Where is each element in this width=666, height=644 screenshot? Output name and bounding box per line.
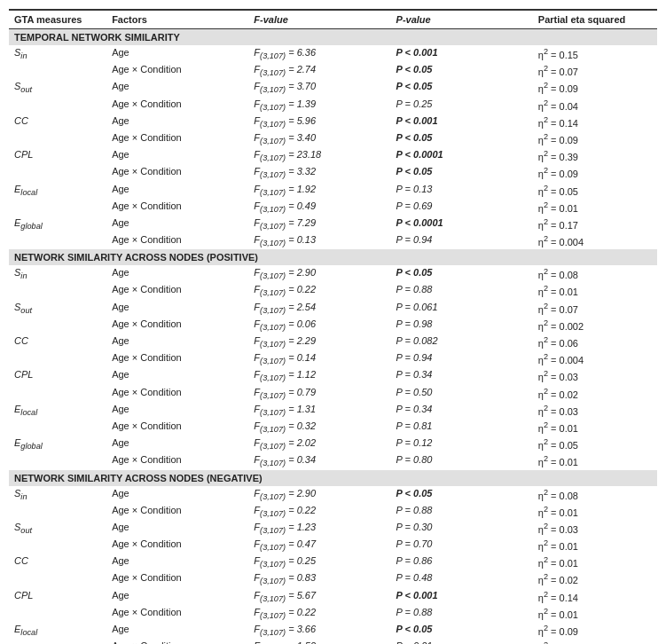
fvalue-cell: F(3,107) = 2.74 — [248, 62, 390, 79]
pvalue-cell: P = 0.86 — [391, 554, 533, 570]
pvalue-cell: P < 0.05 — [391, 79, 533, 96]
measure-cell — [9, 97, 106, 114]
fvalue-cell: F(3,107) = 1.52 — [248, 639, 390, 644]
table-row: Age × ConditionF(3,107) = 0.22P = 0.88η2… — [9, 503, 657, 520]
section-title: NETWORK SIMILARITY ACROSS NODES (NEGATIV… — [9, 470, 657, 486]
eta-cell: η2 = 0.01 — [533, 554, 657, 570]
factor-cell: Age — [106, 622, 248, 639]
pvalue-cell: P < 0.05 — [391, 265, 533, 282]
factor-cell: Age — [106, 79, 248, 96]
table-container: GTA measures Factors F-value P-value Par… — [9, 9, 657, 644]
eta-cell: η2 = 0.09 — [533, 130, 657, 147]
measure-cell: CC — [9, 114, 106, 130]
factor-cell: Age × Condition — [106, 385, 248, 402]
table-row: ElocalAgeF(3,107) = 1.31P = 0.34η2 = 0.0… — [9, 402, 657, 419]
eta-cell: η2 = 0.01 — [533, 605, 657, 622]
measure-cell: CPL — [9, 588, 106, 605]
measure-cell — [9, 503, 106, 520]
eta-cell: η2 = 0.004 — [533, 350, 657, 367]
table-row: Age × ConditionF(3,107) = 2.74P < 0.05η2… — [9, 62, 657, 79]
factor-cell: Age — [106, 436, 248, 452]
pvalue-cell: P = 0.80 — [391, 452, 533, 469]
eta-cell: η2 = 0.03 — [533, 520, 657, 537]
eta-cell: η2 = 0.04 — [533, 97, 657, 114]
pvalue-cell: P = 0.98 — [391, 317, 533, 334]
table-row: CPLAgeF(3,107) = 23.18P < 0.0001η2 = 0.3… — [9, 147, 657, 164]
table-row: Age × ConditionF(3,107) = 0.32P = 0.81η2… — [9, 419, 657, 436]
fvalue-cell: F(3,107) = 0.13 — [248, 232, 390, 249]
factor-cell: Age × Condition — [106, 350, 248, 367]
measure-cell: CPL — [9, 147, 106, 164]
factor-cell: Age — [106, 588, 248, 605]
eta-cell: η2 = 0.01 — [533, 537, 657, 554]
table-row: Age × ConditionF(3,107) = 0.79P = 0.50η2… — [9, 385, 657, 402]
fvalue-cell: F(3,107) = 0.22 — [248, 282, 390, 299]
pvalue-cell: P < 0.05 — [391, 622, 533, 639]
eta-cell: η2 = 0.09 — [533, 164, 657, 181]
table-row: EglobalAgeF(3,107) = 7.29P < 0.0001η2 = … — [9, 216, 657, 232]
fvalue-cell: F(3,107) = 0.83 — [248, 570, 390, 587]
table-row: Age × ConditionF(3,107) = 3.32P < 0.05η2… — [9, 164, 657, 181]
factor-cell: Age × Condition — [106, 503, 248, 520]
fvalue-cell: F(3,107) = 3.66 — [248, 622, 390, 639]
table-row: SoutAgeF(3,107) = 1.23P = 0.30η2 = 0.03 — [9, 520, 657, 537]
measure-cell — [9, 62, 106, 79]
fvalue-cell: F(3,107) = 0.79 — [248, 385, 390, 402]
col-header-measures: GTA measures — [9, 10, 106, 29]
table-row: SoutAgeF(3,107) = 3.70P < 0.05η2 = 0.09 — [9, 79, 657, 96]
table-row: SoutAgeF(3,107) = 2.54P = 0.061η2 = 0.07 — [9, 300, 657, 317]
measure-cell: Eglobal — [9, 436, 106, 452]
section-title: TEMPORAL NETWORK SIMILARITY — [9, 29, 657, 46]
pvalue-cell: P < 0.0001 — [391, 216, 533, 232]
pvalue-cell: P = 0.13 — [391, 182, 533, 199]
measure-cell: Sout — [9, 79, 106, 96]
eta-cell: η2 = 0.02 — [533, 385, 657, 402]
fvalue-cell: F(3,107) = 6.36 — [248, 45, 390, 62]
table-row: Age × ConditionF(3,107) = 0.22P = 0.88η2… — [9, 282, 657, 299]
pvalue-cell: P = 0.082 — [391, 334, 533, 350]
fvalue-cell: F(3,107) = 0.14 — [248, 350, 390, 367]
table-row: Age × ConditionF(3,107) = 0.34P = 0.80η2… — [9, 452, 657, 469]
pvalue-cell: P < 0.05 — [391, 130, 533, 147]
fvalue-cell: F(3,107) = 3.70 — [248, 79, 390, 96]
table-row: CPLAgeF(3,107) = 1.12P = 0.34η2 = 0.03 — [9, 367, 657, 384]
measure-cell — [9, 199, 106, 216]
pvalue-cell: P = 0.88 — [391, 282, 533, 299]
measure-cell: Sin — [9, 265, 106, 282]
factor-cell: Age — [106, 265, 248, 282]
section-title: NETWORK SIMILARITY ACROSS NODES (POSITIV… — [9, 249, 657, 265]
fvalue-cell: F(3,107) = 1.12 — [248, 367, 390, 384]
measure-cell — [9, 164, 106, 181]
pvalue-cell: P = 0.12 — [391, 436, 533, 452]
factor-cell: Age × Condition — [106, 232, 248, 249]
measure-cell: Sin — [9, 486, 106, 503]
table-row: Age × ConditionF(3,107) = 0.49P = 0.69η2… — [9, 199, 657, 216]
fvalue-cell: F(3,107) = 0.22 — [248, 503, 390, 520]
table-row: Age × ConditionF(3,107) = 0.22P = 0.88η2… — [9, 605, 657, 622]
factor-cell: Age × Condition — [106, 282, 248, 299]
measure-cell: Elocal — [9, 402, 106, 419]
pvalue-cell: P = 0.94 — [391, 232, 533, 249]
measure-cell — [9, 639, 106, 644]
factor-cell: Age — [106, 147, 248, 164]
factor-cell: Age — [106, 402, 248, 419]
table-row: CCAgeF(3,107) = 5.96P < 0.001η2 = 0.14 — [9, 114, 657, 130]
factor-cell: Age × Condition — [106, 317, 248, 334]
measure-cell — [9, 130, 106, 147]
measure-cell — [9, 452, 106, 469]
table-row: Age × ConditionF(3,107) = 0.83P = 0.48η2… — [9, 570, 657, 587]
fvalue-cell: F(3,107) = 5.96 — [248, 114, 390, 130]
table-row: EglobalAgeF(3,107) = 2.02P = 0.12η2 = 0.… — [9, 436, 657, 452]
pvalue-cell: P = 0.50 — [391, 385, 533, 402]
eta-cell: η2 = 0.004 — [533, 232, 657, 249]
factor-cell: Age × Condition — [106, 570, 248, 587]
table-row: SinAgeF(3,107) = 2.90P < 0.05η2 = 0.08 — [9, 486, 657, 503]
fvalue-cell: F(3,107) = 3.40 — [248, 130, 390, 147]
measure-cell — [9, 570, 106, 587]
pvalue-cell: P = 0.48 — [391, 570, 533, 587]
eta-cell: η2 = 0.14 — [533, 588, 657, 605]
table-row: Age × ConditionF(3,107) = 0.47P = 0.70η2… — [9, 537, 657, 554]
eta-cell: η2 = 0.39 — [533, 147, 657, 164]
fvalue-cell: F(3,107) = 0.06 — [248, 317, 390, 334]
factor-cell: Age × Condition — [106, 537, 248, 554]
